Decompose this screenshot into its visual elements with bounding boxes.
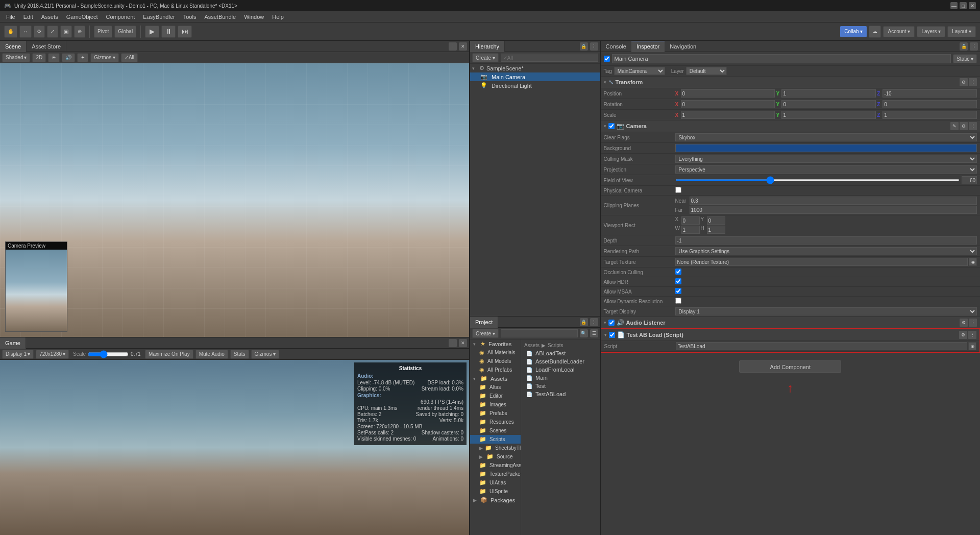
project-lock-btn[interactable]: 🔒 (580, 318, 588, 326)
hierarchy-options-btn[interactable]: ⋮ (590, 42, 598, 51)
inspector-options-btn[interactable]: ⋮ (970, 42, 978, 51)
main-script[interactable]: 📄 Main (523, 374, 598, 382)
resolution-dropdown[interactable]: 720x1280 ▾ (36, 350, 69, 359)
layout-button[interactable]: Layout ▾ (947, 26, 976, 37)
assets-root-item[interactable]: ▾ 📁 Assets (470, 374, 521, 383)
project-search-btn[interactable]: 🔍 (580, 329, 588, 337)
fov-slider[interactable] (675, 179, 960, 181)
culling-mask-select[interactable]: Everything (675, 155, 977, 163)
add-component-button[interactable]: Add Component (739, 360, 841, 373)
menu-assets[interactable]: Assets (37, 13, 62, 21)
depth-input[interactable] (675, 236, 977, 245)
project-options-btn[interactable]: ⋮ (590, 318, 598, 326)
favorites-item[interactable]: ▾ ★ Favorites (470, 339, 521, 348)
clear-flags-select[interactable]: Skybox (675, 133, 977, 141)
images-folder[interactable]: 📁 Images (470, 400, 521, 409)
menu-tools[interactable]: Tools (179, 13, 201, 21)
tab-navigation[interactable]: Navigation (665, 41, 701, 52)
audio-listener-header[interactable]: ▾ 🔊 Audio Listener ⚙ ⋮ (601, 317, 980, 329)
menu-component[interactable]: Component (102, 13, 139, 21)
scene-light-btn[interactable]: ☀ (48, 53, 60, 62)
pos-z-input[interactable] (883, 89, 977, 98)
rot-z-input[interactable] (883, 100, 977, 108)
scripts-folder[interactable]: 📁 Scripts (470, 435, 521, 444)
inspector-lock-btn[interactable]: 🔒 (960, 42, 968, 51)
rendering-path-select[interactable]: Use Graphics Settings (675, 247, 977, 255)
pos-x-input[interactable] (681, 89, 775, 98)
collab-button[interactable]: Collab ▾ (840, 26, 867, 37)
abloadtest-script[interactable]: 📄 ABLoadTest (523, 349, 598, 357)
camera-settings-btn[interactable]: ⚙ (960, 122, 968, 130)
scale-y-input[interactable] (781, 111, 876, 119)
all-materials-item[interactable]: ◉ All Materials (470, 348, 521, 357)
scene-canvas[interactable]: Camera Preview (0, 63, 469, 337)
toolbar-hand-tool[interactable]: ✋ (4, 26, 17, 38)
hierarchy-search-input[interactable] (501, 54, 598, 62)
static-button[interactable]: Static ▾ (953, 54, 977, 63)
menu-gameobject[interactable]: GameObject (62, 13, 102, 21)
menu-window[interactable]: Window (240, 13, 268, 21)
streaming-folder[interactable]: 📁 StreamingAssets (470, 461, 521, 470)
transform-more-btn[interactable]: ⋮ (969, 78, 977, 86)
tab-console[interactable]: Console (601, 41, 631, 52)
gameobject-enabled-checkbox[interactable] (604, 56, 610, 62)
layers-button[interactable]: Layers ▾ (917, 26, 945, 37)
scene-effects-btn[interactable]: ✦ (77, 53, 88, 62)
scene-panel-close[interactable]: ✕ (459, 42, 467, 51)
test-ab-load-enabled-checkbox[interactable] (609, 332, 615, 338)
hierarchy-main-camera-item[interactable]: 📷 Main Camera (470, 72, 600, 81)
audio-listener-enabled-checkbox[interactable] (608, 320, 615, 326)
test-ab-load-settings-btn[interactable]: ⚙ (959, 331, 967, 339)
game-panel-options[interactable]: ⋮ (449, 339, 457, 347)
cloud-button[interactable]: ☁ (869, 26, 881, 38)
test-ab-load-header[interactable]: ▾ 📄 Test AB Load (Script) ⚙ ⋮ (601, 329, 979, 341)
source-folder[interactable]: ▶ 📁 Source (470, 452, 521, 461)
background-color-swatch[interactable] (675, 144, 977, 152)
tag-dropdown[interactable]: MainCamera (614, 67, 665, 75)
project-filter-btn[interactable]: ☰ (590, 329, 598, 337)
fov-value-input[interactable] (962, 176, 977, 184)
hierarchy-scene-item[interactable]: ▾ ⚙ SampleScene* (470, 64, 600, 72)
project-create-btn[interactable]: Create ▾ (472, 329, 499, 338)
script-select-btn[interactable]: ◉ (968, 342, 976, 350)
hierarchy-directional-light-item[interactable]: 💡 Directional Light (470, 81, 600, 90)
pause-button[interactable]: ⏸ (161, 26, 176, 38)
camera-enabled-checkbox[interactable] (608, 123, 615, 129)
menu-easybundler[interactable]: EasyBundler (139, 13, 179, 21)
toolbar-scale-tool[interactable]: ⤢ (47, 26, 58, 38)
test-ab-load-more-btn[interactable]: ⋮ (968, 331, 976, 339)
occlusion-culling-checkbox[interactable] (675, 269, 681, 275)
testabload-script[interactable]: 📄 TestABLoad (523, 390, 598, 398)
projection-select[interactable]: Perspective (675, 165, 977, 174)
allow-msaa-checkbox[interactable] (675, 288, 681, 294)
rot-y-input[interactable] (781, 100, 876, 108)
stats-btn[interactable]: Stats (230, 350, 249, 359)
close-button[interactable]: ✕ (969, 2, 976, 9)
packages-item[interactable]: ▶ 📦 Packages (470, 496, 521, 504)
audio-listener-settings-btn[interactable]: ⚙ (960, 319, 968, 327)
display-dropdown[interactable]: Display 1 ▾ (2, 350, 34, 359)
maximize-on-play-btn[interactable]: Maximize On Play (145, 350, 193, 359)
toolbar-transform-tool[interactable]: ⊕ (74, 26, 85, 38)
tab-inspector[interactable]: Inspector (631, 41, 665, 52)
camera-more-btn[interactable]: ⋮ (969, 122, 977, 130)
allow-dynamic-checkbox[interactable] (675, 298, 681, 304)
scene-panel-options[interactable]: ⋮ (449, 42, 457, 51)
target-texture-input[interactable] (675, 258, 968, 266)
tab-asset-store[interactable]: Asset Store (27, 41, 66, 52)
editor-folder[interactable]: 📁 Editor (470, 392, 521, 400)
allow-hdr-checkbox[interactable] (675, 278, 681, 284)
scale-z-input[interactable] (883, 111, 977, 119)
uisprite-folder[interactable]: 📁 UISprite (470, 487, 521, 496)
scene-audio-btn[interactable]: 🔊 (62, 53, 75, 62)
prefabs-folder[interactable]: 📁 Prefabs (470, 409, 521, 418)
toolbar-move-tool[interactable]: ↔ (19, 26, 32, 38)
shaded-dropdown[interactable]: Shaded ▾ (2, 53, 30, 62)
test-script[interactable]: 📄 Test (523, 382, 598, 390)
2d-button[interactable]: 2D (32, 53, 46, 62)
game-gizmos-btn[interactable]: Gizmos ▾ (251, 350, 280, 359)
game-panel-close[interactable]: ✕ (459, 339, 467, 347)
toolbar-rotate-tool[interactable]: ⟳ (34, 26, 45, 38)
physical-camera-checkbox[interactable] (675, 187, 681, 193)
pos-y-input[interactable] (781, 89, 876, 98)
